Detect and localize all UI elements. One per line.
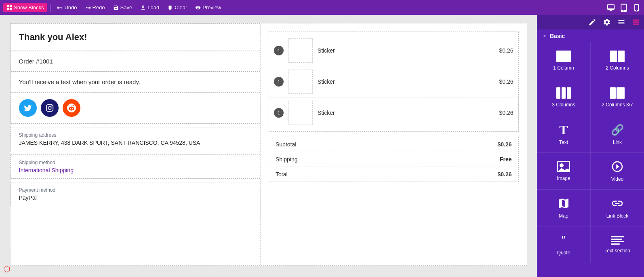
total-label: Subtotal xyxy=(276,141,296,148)
total-value: Free xyxy=(500,156,512,163)
map-icon xyxy=(557,197,570,210)
panel-item-image[interactable]: Image xyxy=(537,153,590,189)
payment-method-label: Payment method xyxy=(19,187,252,193)
total-value: $0.26 xyxy=(497,171,511,178)
panel-item-quote[interactable]: " Quote xyxy=(537,226,590,263)
2-columns-37-icon xyxy=(610,87,625,99)
total-label: Shipping xyxy=(276,156,298,163)
desktop-icon[interactable] xyxy=(607,4,615,12)
left-column: Thank you Alex! Order #1001 You'll recei… xyxy=(11,23,261,265)
email-canvas[interactable]: Thank you Alex! Order #1001 You'll recei… xyxy=(0,15,537,277)
panel-grid: 1 Column 2 Columns 3 Columns 2 Columns 3… xyxy=(537,42,644,263)
total-value: $0.26 xyxy=(497,141,511,148)
item-price: $0.26 xyxy=(499,78,513,85)
panel-item-3-columns[interactable]: 3 Columns xyxy=(537,79,590,116)
instagram-icon-button[interactable] xyxy=(41,99,59,117)
panel-item-label-quote: Quote xyxy=(557,250,570,256)
panel-item-link-block[interactable]: Link Block xyxy=(591,190,644,226)
apps-icon[interactable] xyxy=(632,18,640,26)
payment-method-block[interactable]: Payment method PayPal xyxy=(11,182,261,206)
item-qty: 1 xyxy=(274,77,284,87)
text-icon: T xyxy=(559,123,568,136)
shipping-method-link[interactable]: International Shipping xyxy=(19,167,74,173)
svg-rect-3 xyxy=(10,8,12,10)
order-table: 1 Sticker $0.26 1 Sticker $0.26 1 Sticke… xyxy=(269,32,519,132)
2-columns-icon xyxy=(610,51,625,62)
panel-item-label-image: Image xyxy=(557,176,570,181)
reddit-icon-button[interactable] xyxy=(63,99,80,117)
svg-rect-0 xyxy=(7,5,9,7)
shipping-method-block[interactable]: Shipping method International Shipping xyxy=(11,154,261,179)
order-totals: Subtotal $0.26 Shipping Free Total $0.26 xyxy=(269,137,519,182)
total-label: Total xyxy=(276,171,288,178)
order-number-block[interactable]: Order #1001 xyxy=(11,51,261,72)
ready-text-block[interactable]: You'll receive a text when your order is… xyxy=(11,72,261,92)
twitter-icon-button[interactable] xyxy=(19,99,37,117)
panel-item-label-video: Video xyxy=(611,176,623,182)
right-panel: Basic 1 Column 2 Columns 3 Columns 2 Col… xyxy=(537,15,644,277)
shipping-method-label: Shipping method xyxy=(19,160,252,165)
pencil-icon[interactable] xyxy=(588,18,596,26)
social-block xyxy=(11,92,261,124)
show-blocks-button[interactable]: Show Blocks xyxy=(3,3,47,12)
undo-button[interactable]: Undo xyxy=(54,3,80,12)
item-qty: 1 xyxy=(274,108,284,118)
save-button[interactable]: Save xyxy=(110,3,136,12)
video-icon xyxy=(611,160,624,173)
order-item: 1 Sticker $0.26 xyxy=(269,35,518,66)
panel-item-video[interactable]: Video xyxy=(591,153,644,189)
toolbar-right xyxy=(607,4,641,12)
panel-item-label-map: Map xyxy=(559,213,568,219)
menu-icon[interactable] xyxy=(617,18,625,26)
thank-you-block[interactable]: Thank you Alex! xyxy=(11,23,261,51)
panel-item-2-columns[interactable]: 2 Columns xyxy=(591,42,644,79)
panel-item-1-column[interactable]: 1 Column xyxy=(537,42,590,79)
divider xyxy=(50,4,51,12)
item-price: $0.26 xyxy=(499,47,513,54)
1-column-icon xyxy=(556,51,571,62)
panel-item-2-columns-37[interactable]: 2 Columns 3/7 xyxy=(591,79,644,116)
shipping-address-label: Shipping address xyxy=(19,132,252,138)
settings-icon[interactable] xyxy=(603,18,611,26)
order-item: 1 Sticker $0.26 xyxy=(269,97,518,128)
redo-button[interactable]: Redo xyxy=(82,3,108,12)
order-number-text: Order #1001 xyxy=(19,58,252,65)
panel-item-map[interactable]: Map xyxy=(537,190,590,226)
payment-method-value: PayPal xyxy=(19,195,252,201)
panel-item-label-2-columns: 2 Columns xyxy=(606,65,629,71)
shipping-address-value: JAMES KERRY, 438 DARK SPURT, SAN FRANCIS… xyxy=(19,140,252,146)
panel-section-title[interactable]: Basic xyxy=(537,30,644,42)
item-image xyxy=(288,101,313,125)
tablet-icon[interactable] xyxy=(620,4,628,12)
total-row: Shipping Free xyxy=(269,152,518,167)
quote-icon: " xyxy=(561,234,566,247)
item-name: Sticker xyxy=(318,110,494,116)
panel-item-link[interactable]: 🔗 Link xyxy=(591,116,644,152)
panel-item-label-link-block: Link Block xyxy=(606,213,629,219)
shipping-address-block[interactable]: Shipping address JAMES KERRY, 438 DARK S… xyxy=(11,127,261,151)
ready-text: You'll receive a text when your order is… xyxy=(19,78,252,85)
main-layout: Thank you Alex! Order #1001 You'll recei… xyxy=(0,15,644,277)
panel-item-label-link: Link xyxy=(613,140,622,145)
link-icon: 🔗 xyxy=(611,124,624,136)
mobile-icon[interactable] xyxy=(633,4,641,12)
email-wrapper: Thank you Alex! Order #1001 You'll recei… xyxy=(10,23,527,266)
panel-item-label-text: Text xyxy=(559,140,568,145)
order-item: 1 Sticker $0.26 xyxy=(269,66,518,97)
clear-button[interactable]: Clear xyxy=(164,3,190,12)
link-block-icon xyxy=(611,197,624,210)
load-button[interactable]: Load xyxy=(137,3,162,12)
item-image xyxy=(288,70,313,94)
total-row: Subtotal $0.26 xyxy=(269,137,518,152)
panel-item-text[interactable]: T Text xyxy=(537,116,590,152)
total-row: Total $0.26 xyxy=(269,167,518,182)
preview-button[interactable]: Preview xyxy=(192,3,224,12)
thank-you-heading: Thank you Alex! xyxy=(19,32,252,42)
item-name: Sticker xyxy=(318,47,494,54)
toolbar: Show Blocks Undo Redo Save Load Clear Pr… xyxy=(0,0,644,15)
panel-item-label-text-section: Text section xyxy=(604,248,630,254)
panel-item-label-1-column: 1 Column xyxy=(553,65,574,71)
laravel-icon: ⬡ xyxy=(3,264,10,274)
panel-item-text-section[interactable]: Text section xyxy=(591,226,644,263)
item-qty: 1 xyxy=(274,46,284,55)
